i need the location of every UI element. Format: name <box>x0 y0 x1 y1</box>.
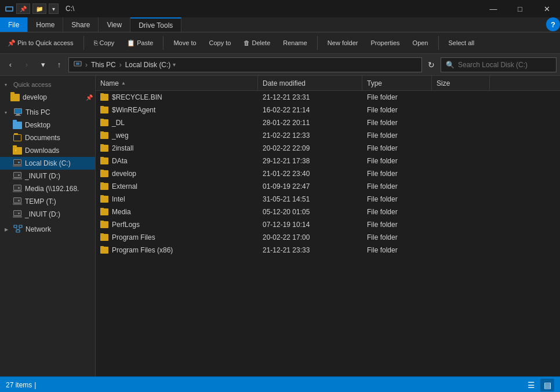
tab-view[interactable]: View <box>99 17 130 32</box>
refresh-button[interactable]: ↻ <box>424 58 438 72</box>
sidebar-item-desktop[interactable]: Desktop <box>0 119 95 131</box>
tab-share[interactable]: Share <box>63 17 99 32</box>
ribbon-btn-properties[interactable]: Properties <box>365 35 405 51</box>
ribbon-btn-select[interactable]: Select all <box>443 35 480 51</box>
table-row[interactable]: Media 05-12-20 01:05 File folder <box>96 206 560 218</box>
ribbon-btn-copy[interactable]: ⎘ Copy <box>89 35 120 51</box>
table-row[interactable]: External 01-09-19 22:47 File folder <box>96 180 560 193</box>
table-row[interactable]: $RECYCLE.BIN 21-12-21 23:31 File folder <box>96 91 560 104</box>
pin-indicator: 📌 <box>86 94 95 101</box>
sidebar-item-documents[interactable]: Documents <box>0 131 95 144</box>
col-name-label: Name <box>100 79 119 87</box>
sidebar-item-downloads[interactable]: ↓ Downloads <box>0 144 95 157</box>
paste-icon: 📋 <box>127 39 135 47</box>
close-button[interactable]: ✕ <box>533 0 560 17</box>
sidebar-item-inuit-d[interactable]: _INUIT (D:) <box>0 170 95 182</box>
qs-btn-3[interactable]: ▾ <box>49 3 59 14</box>
file-type-cell: File folder <box>362 131 432 140</box>
ribbon-btn-delete[interactable]: 🗑 Delete <box>238 35 275 51</box>
file-type-cell: File folder <box>362 195 432 203</box>
sidebar-item-local-disk[interactable]: Local Disk (C:) <box>0 157 95 170</box>
tab-home[interactable]: Home <box>28 17 63 32</box>
file-name: Program Files (x86) <box>112 246 173 254</box>
table-row[interactable]: PerfLogs 07-12-19 10:14 File folder <box>96 218 560 231</box>
file-date: 20-02-22 17:00 <box>263 233 310 241</box>
maximize-button[interactable]: □ <box>507 0 533 17</box>
folder-icon-sm <box>100 119 108 126</box>
file-type: File folder <box>367 208 398 216</box>
col-hdr-size[interactable]: Size <box>432 76 490 90</box>
table-row[interactable]: Program Files (x86) 21-12-21 23:33 File … <box>96 244 560 257</box>
nav-recent-button[interactable]: ▾ <box>36 58 50 72</box>
qs-btn-1[interactable]: 📌 <box>16 3 30 14</box>
file-name-cell: $WinREAgent <box>96 106 258 114</box>
ribbon-btn-pin[interactable]: 📌 Pin to Quick access <box>2 35 79 51</box>
table-row[interactable]: $WinREAgent 16-02-22 21:14 File folder <box>96 104 560 116</box>
file-type: File folder <box>367 233 398 241</box>
sidebar-item-inuit-d2[interactable]: _INUIT (D:) <box>0 208 95 221</box>
col-hdr-date[interactable]: Date modified <box>258 76 362 90</box>
table-row[interactable]: _weg 21-02-22 12:33 File folder <box>96 129 560 142</box>
sidebar-item-network[interactable]: ▶ Network <box>0 223 95 236</box>
collapse-arrow-network: ▶ <box>5 227 10 232</box>
qs-btn-2[interactable]: 📁 <box>32 3 46 14</box>
svg-rect-3 <box>76 63 79 65</box>
nav-back-button[interactable]: ‹ <box>3 58 17 72</box>
file-rows: $RECYCLE.BIN 21-12-21 23:31 File folder … <box>96 91 560 257</box>
file-list: Name ▲ Date modified Type Size $RECYCLE.… <box>96 76 560 376</box>
sidebar-label-inuit-d2: _INUIT (D:) <box>25 210 60 218</box>
file-name: Program Files <box>112 233 155 241</box>
col-sort-name: ▲ <box>121 80 126 86</box>
table-row[interactable]: _DL 28-01-22 20:11 File folder <box>96 116 560 129</box>
sidebar-item-media-net[interactable]: Media (\\192.168. <box>0 182 95 195</box>
table-row[interactable]: develop 21-01-22 23:40 File folder <box>96 167 560 180</box>
file-type: File folder <box>367 157 398 165</box>
file-name: 2install <box>112 144 133 152</box>
table-row[interactable]: Program Files 20-02-22 17:00 File folder <box>96 231 560 244</box>
view-detail-button[interactable]: ▤ <box>540 379 554 391</box>
sidebar-quick-access[interactable]: ▾ Quick access <box>0 76 95 91</box>
path-sep-1: › <box>85 61 88 69</box>
nav-up-button[interactable]: ↑ <box>52 58 66 72</box>
table-row[interactable]: 2install 20-02-22 22:09 File folder <box>96 142 560 155</box>
file-type-cell: File folder <box>362 182 432 190</box>
ribbon-btn-rename[interactable]: Rename <box>278 35 312 51</box>
ribbon-btn-open[interactable]: Open <box>408 35 434 51</box>
path-this-pc[interactable]: This PC <box>91 61 116 69</box>
sidebar-this-pc-group[interactable]: ▾ This PC <box>0 104 95 119</box>
ribbon-btn-newfolder[interactable]: New folder <box>322 35 363 51</box>
help-button[interactable]: ? <box>546 17 560 31</box>
tab-drive-tools[interactable]: Drive Tools <box>130 17 181 32</box>
path-local-disk[interactable]: Local Disk (C:) <box>125 61 171 69</box>
file-type-cell: File folder <box>362 119 432 127</box>
file-date: 01-09-19 22:47 <box>263 182 310 190</box>
view-list-button[interactable]: ☰ <box>524 379 538 391</box>
ribbon-btn-move[interactable]: Move to <box>168 35 201 51</box>
folder-icon-sm <box>100 145 108 152</box>
sidebar: ▾ Quick access develop 📌 ▾ This PC <box>0 76 96 376</box>
path-dropdown[interactable]: ▾ <box>173 61 176 68</box>
address-path[interactable]: › This PC › Local Disk (C:) ▾ <box>68 57 422 72</box>
search-input[interactable] <box>458 61 551 69</box>
tab-file[interactable]: File <box>0 17 28 32</box>
table-row[interactable]: Intel 31-05-21 14:51 File folder <box>96 193 560 206</box>
nav-forward-button[interactable]: › <box>20 58 34 72</box>
sidebar-item-develop[interactable]: develop 📌 <box>0 91 95 104</box>
file-date: 29-12-21 17:38 <box>263 157 310 165</box>
status-left: 27 items | <box>6 381 36 389</box>
file-name: _weg <box>112 131 129 140</box>
collapse-arrow-qa: ▾ <box>5 82 10 87</box>
file-date-cell: 07-12-19 10:14 <box>258 221 362 229</box>
minimize-button[interactable]: — <box>480 0 507 17</box>
folder-icon-desktop <box>13 120 22 130</box>
ribbon-btn-paste[interactable]: 📋 Paste <box>122 35 158 51</box>
table-row[interactable]: DAta 29-12-21 17:38 File folder <box>96 155 560 167</box>
sidebar-item-temp-t[interactable]: TEMP (T:) <box>0 195 95 208</box>
sidebar-label-local-disk: Local Disk (C:) <box>25 159 71 167</box>
title-bar: 📌 📁 ▾ C:\ — □ ✕ <box>0 0 560 17</box>
ribbon-btn-copyto[interactable]: Copy to <box>204 35 237 51</box>
folder-icon-documents <box>13 133 22 142</box>
folder-icon-sm <box>100 183 108 190</box>
col-hdr-name[interactable]: Name ▲ <box>96 76 258 90</box>
col-hdr-type[interactable]: Type <box>362 76 432 90</box>
